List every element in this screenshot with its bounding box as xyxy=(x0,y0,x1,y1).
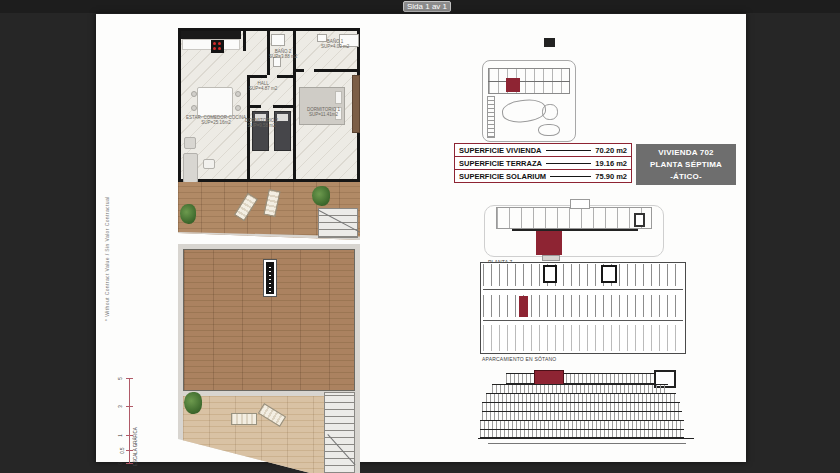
solarium-plan xyxy=(178,244,360,473)
shower xyxy=(271,34,285,46)
armchair xyxy=(184,137,196,149)
wall xyxy=(314,69,360,72)
unit-terrace-tab xyxy=(542,255,560,261)
cooktop xyxy=(211,40,224,53)
table-row: SUPERFICIE TERRAZA 19.16 m2 xyxy=(454,156,632,170)
row-label: SUPERFICIE SOLARIUM xyxy=(459,172,546,181)
burner xyxy=(218,47,221,50)
unit-identity-box: VIVIENDA 702 PLANTA SÉPTIMA -ÁTICO- xyxy=(636,144,736,185)
keyplan-block xyxy=(544,38,555,47)
scale-tick-label: 0 xyxy=(118,462,123,465)
site-key-plan xyxy=(480,38,580,144)
utility-core xyxy=(543,265,557,283)
footprint-axis xyxy=(488,81,570,82)
scale-tick-label: 1 xyxy=(118,434,123,437)
parking-label: APARCAMIENTO EN SÓTANO xyxy=(482,356,556,362)
floor-band xyxy=(492,384,668,393)
scale-tick-label: 5 xyxy=(118,377,123,380)
wall xyxy=(296,69,304,72)
wall xyxy=(273,105,293,108)
scale-tick xyxy=(126,406,133,407)
floor-band xyxy=(482,402,680,411)
terrace-plan xyxy=(178,182,360,240)
highlighted-unit xyxy=(534,370,564,385)
plant xyxy=(312,186,330,206)
scale-tick xyxy=(126,378,133,379)
floor-key-plan: PLANTA 7 xyxy=(484,197,666,269)
wall xyxy=(277,75,293,78)
room-label-estar: ESTAR- COMEDOR-COCINA SUP=25.16m2 xyxy=(186,115,246,126)
floor-units-band xyxy=(496,207,652,229)
leader-line xyxy=(546,150,592,151)
building-elevation xyxy=(478,370,694,454)
lounge-chair xyxy=(231,413,257,425)
bed-single xyxy=(252,111,269,151)
leader-line xyxy=(550,176,591,177)
parking-stalls xyxy=(483,325,681,351)
floor-core xyxy=(570,199,590,209)
skylight-grille xyxy=(269,264,271,292)
ground-line xyxy=(478,438,694,439)
room-label-hall: HALL SUP=4.87 m2 xyxy=(249,81,277,92)
room-label-bano1: BAÑO 1 SUP=4.03 m2 xyxy=(321,39,349,50)
floor-facade-line xyxy=(512,229,638,231)
wall xyxy=(247,75,267,78)
burner xyxy=(218,42,221,45)
graphic-scale-bar: 5 3 1 0.5 0 ESCALA GRÁFICA xyxy=(120,374,146,468)
chair xyxy=(191,105,197,111)
floor-band xyxy=(480,420,684,429)
highlighted-unit xyxy=(506,78,520,92)
wardrobe xyxy=(352,75,360,133)
unit-floor: PLANTA SÉPTIMA xyxy=(650,159,722,171)
scale-tick-label: 3 xyxy=(118,405,123,408)
parking-stalls xyxy=(483,295,681,317)
table-row: SUPERFICIE VIVIENDA 70.20 m2 xyxy=(454,143,632,157)
pillow xyxy=(335,91,342,104)
basement-line xyxy=(488,443,686,444)
plant xyxy=(180,204,196,224)
lounge-chair xyxy=(234,193,258,221)
document-page: * Without Contract Value / Sin Valor Con… xyxy=(96,14,746,462)
wall xyxy=(243,31,246,51)
page-indicator-badge: Sida 1 av 1 xyxy=(403,1,451,12)
parking-plan xyxy=(480,262,686,354)
table-row: SUPERFICIE SOLARIUM 75.90 m2 xyxy=(454,169,632,183)
floor-band xyxy=(482,411,682,420)
scale-line xyxy=(129,378,130,464)
row-value: 75.90 m2 xyxy=(595,172,627,181)
chair xyxy=(235,105,241,111)
lounge-chair xyxy=(263,189,280,217)
burner xyxy=(213,42,216,45)
kitchen-counter xyxy=(181,31,241,39)
scale-caption: ESCALA GRÁFICA xyxy=(133,408,143,466)
keyplan-ramp xyxy=(487,96,495,138)
coffee-table xyxy=(203,159,215,169)
leader-line xyxy=(546,163,591,164)
pool-outline xyxy=(538,124,560,136)
unit-name: VIVIENDA 702 xyxy=(658,147,713,159)
pillow xyxy=(277,114,288,121)
floor-band xyxy=(480,429,684,438)
wall xyxy=(247,105,261,108)
unit-type: -ÁTICO- xyxy=(670,171,702,183)
stair-diagonal xyxy=(318,209,365,235)
plant xyxy=(184,392,202,414)
highlighted-unit xyxy=(536,231,562,255)
floor-band xyxy=(486,393,676,402)
room-label-bano2: BAÑO 2 SUP=3.88 m2 xyxy=(269,49,297,60)
scale-tick xyxy=(126,463,133,464)
skylight xyxy=(264,260,276,296)
row-label: SUPERFICIE TERRAZA xyxy=(459,159,542,168)
row-value: 19.16 m2 xyxy=(595,159,627,168)
scale-tick xyxy=(126,450,133,451)
solarium-stairs xyxy=(324,392,355,473)
room-label-dormitorio2: DORMITORIO 2 SUP=9.58 m2 xyxy=(245,118,278,129)
room-label-dormitorio1: DORMITORIO 1 SUP=11.41m2 xyxy=(307,107,340,118)
sofa xyxy=(183,153,198,183)
kitchen-island xyxy=(197,87,233,117)
stair-core xyxy=(634,213,645,227)
burner xyxy=(213,47,216,50)
surface-summary-table: SUPERFICIE VIVIENDA 70.20 m2 SUPERFICIE … xyxy=(454,144,632,183)
bed-single xyxy=(274,111,291,151)
chair xyxy=(235,91,241,97)
